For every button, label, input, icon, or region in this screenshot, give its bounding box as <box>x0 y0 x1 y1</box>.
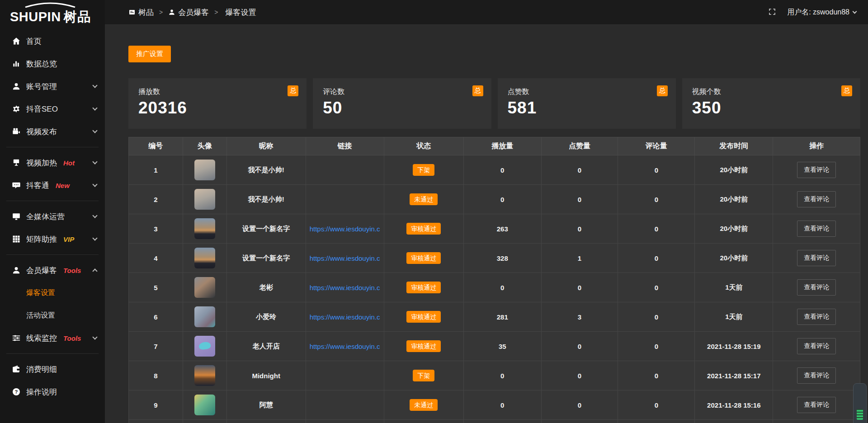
video-link[interactable]: https://www.iesdouyin.c <box>310 225 380 233</box>
sidebar-item-member-baoke[interactable]: 会员爆客Tools <box>0 259 105 282</box>
cell-avatar <box>183 390 226 420</box>
view-comments-button[interactable]: 查看评论 <box>797 221 836 237</box>
sidebar-subitem-activity-settings[interactable]: 活动设置 <box>0 304 105 327</box>
screen-flag-icon <box>12 158 21 167</box>
cell-number: 1 <box>129 155 183 185</box>
svg-text:?: ? <box>15 389 18 395</box>
cell-nickname: 老人开店 <box>226 332 306 361</box>
cell-publish-time: 2021-11-28 15:17 <box>695 361 773 390</box>
logo-brand-cn: 树品 <box>64 9 92 24</box>
app-icon <box>128 9 136 16</box>
sidebar-item-account-management[interactable]: 账号管理 <box>0 75 105 98</box>
breadcrumb-link[interactable]: 会员爆客 <box>168 7 209 18</box>
sidebar-item-data-overview[interactable]: 数据总览 <box>0 52 105 75</box>
cell-avatar <box>183 214 226 244</box>
sidebar-subitem-baoke-settings[interactable]: 爆客设置 <box>0 282 105 304</box>
cell-status: 审核通过 <box>384 244 463 273</box>
chevron-down-icon <box>92 334 97 339</box>
cell-avatar <box>183 244 226 273</box>
username-label: 用户名: zswodun88 <box>787 8 849 17</box>
avatar <box>194 336 215 357</box>
sidebar-item-video-publish[interactable]: 视频发布 <box>0 120 105 143</box>
view-comments-button[interactable]: 查看评论 <box>797 250 836 266</box>
cell-avatar <box>183 155 226 185</box>
cell-avatar <box>183 185 226 214</box>
cell-plays: 263 <box>464 214 542 244</box>
logo-brand: SHUPIN <box>10 9 61 24</box>
view-comments-button[interactable]: 查看评论 <box>797 162 836 178</box>
cell-number: 6 <box>129 302 183 332</box>
cell-plays: 328 <box>464 244 542 273</box>
video-link[interactable]: https://www.iesdouyin.c <box>310 254 380 262</box>
table-row: 5老彬https://www.iesdouyin.c审核通过0001天前查看评论 <box>129 273 860 302</box>
stat-value: 50 <box>323 99 481 118</box>
video-link[interactable]: https://www.iesdouyin.c <box>310 284 380 291</box>
cell-publish-time <box>695 420 773 423</box>
view-comments-button[interactable]: 查看评论 <box>797 279 836 296</box>
total-badge: 总 <box>841 85 852 96</box>
sidebar-item-consumption-detail[interactable]: 消费明细 <box>0 358 105 381</box>
view-comments-button[interactable]: 查看评论 <box>797 338 836 354</box>
cell-comments: 0 <box>618 214 695 244</box>
table-row: 1我不是小帅!下架00020小时前查看评论 <box>129 155 860 185</box>
video-link[interactable]: https://www.iesdouyin.c <box>310 343 380 350</box>
cell-publish-time: 1天前 <box>695 273 773 302</box>
sidebar-item-douyin-seo[interactable]: 抖音SEO <box>0 98 105 120</box>
floating-helper-widget[interactable] <box>853 383 867 423</box>
view-comments-button[interactable]: 查看评论 <box>797 367 836 384</box>
sidebar-divider <box>6 353 99 354</box>
stat-card: 点赞数581总 <box>498 78 676 129</box>
sidebar-item-douketong[interactable]: 抖客通New <box>0 174 105 197</box>
sidebar-subitem-label: 活动设置 <box>26 311 55 320</box>
view-comments-button[interactable]: 查看评论 <box>797 309 836 325</box>
cell-link: https://www.iesdouyin.c <box>306 214 384 244</box>
sidebar-item-operation-guide[interactable]: ?操作说明 <box>0 381 105 403</box>
breadcrumb-link[interactable]: 树品 <box>128 7 154 18</box>
sidebar-item-matrix-boost[interactable]: 矩阵助推VIP <box>0 228 105 250</box>
breadcrumb-label: 爆客设置 <box>225 7 256 18</box>
cell-likes: 1 <box>541 244 618 273</box>
sidebar-item-label: 操作说明 <box>26 387 57 397</box>
status-badge: 审核通过 <box>406 252 441 264</box>
column-header: 编号 <box>129 137 183 155</box>
status-badge: 审核通过 <box>406 311 441 323</box>
cell-actions: 查看评论 <box>773 244 860 273</box>
user-menu[interactable]: 用户名: zswodun88 <box>787 8 856 17</box>
cell-actions <box>773 420 860 423</box>
avatar <box>194 395 215 415</box>
sidebar-item-clue-monitor[interactable]: 线索监控Tools <box>0 327 105 349</box>
chevron-down-icon <box>92 128 97 133</box>
view-comments-button[interactable]: 查看评论 <box>797 191 836 207</box>
stats-row: 播放数20316总评论数50总点赞数581总视频个数350总 <box>128 78 860 129</box>
cell-avatar <box>183 420 226 423</box>
sidebar-item-home[interactable]: 首页 <box>0 30 105 52</box>
cell-comments: 0 <box>618 332 695 361</box>
chat-icon <box>12 181 21 190</box>
videos-table-wrap: 编号头像昵称链接状态播放量点赞量评论量发布时间操作 1我不是小帅!下架00020… <box>128 137 860 423</box>
promotion-settings-button[interactable]: 推广设置 <box>128 46 171 62</box>
cell-status: 审核通过 <box>384 302 463 332</box>
sidebar: SHUPIN树品 首页数据总览账号管理抖音SEO视频发布视频加热Hot抖客通Ne… <box>0 0 105 423</box>
view-comments-button[interactable]: 查看评论 <box>797 397 836 413</box>
chevron-down-icon <box>92 213 97 218</box>
table-row: 2我不是小帅!未通过00020小时前查看评论 <box>129 185 860 214</box>
cell-actions: 查看评论 <box>773 361 860 390</box>
sidebar-item-omni-media-operation[interactable]: 全媒体运营 <box>0 205 105 228</box>
cell-number: 9 <box>129 390 183 420</box>
fullscreen-icon[interactable] <box>768 8 777 17</box>
main-content: 推广设置 播放数20316总评论数50总点赞数581总视频个数350总 编号头像… <box>105 25 868 423</box>
cell-nickname: 设置一个新名字 <box>226 214 306 244</box>
cell-status: 审核通过 <box>384 332 463 361</box>
cell-avatar <box>183 332 226 361</box>
sidebar-item-label: 消费明细 <box>26 364 57 375</box>
video-link[interactable]: https://www.iesdouyin.c <box>310 313 380 321</box>
sidebar-item-video-heating[interactable]: 视频加热Hot <box>0 151 105 174</box>
cell-likes: 0 <box>541 273 618 302</box>
chevron-down-icon <box>92 159 97 164</box>
cell-plays <box>464 420 542 423</box>
cell-plays: 0 <box>464 155 542 185</box>
cell-nickname: Midnight <box>226 361 306 390</box>
sidebar-item-label: 视频发布 <box>26 127 57 137</box>
sidebar-item-label: 线索监控 <box>26 333 57 343</box>
stat-value: 20316 <box>138 99 297 118</box>
